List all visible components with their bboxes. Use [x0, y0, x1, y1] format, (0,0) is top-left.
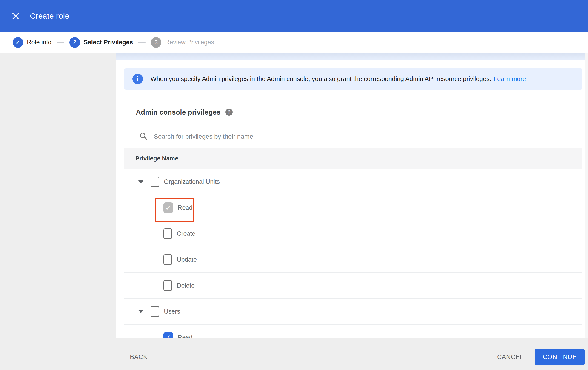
table-row-users-read: ✓ Read [124, 325, 582, 338]
help-icon[interactable]: ? [225, 109, 233, 116]
search-icon [139, 132, 148, 141]
table-header: Privilege Name [124, 148, 582, 169]
step-connector [57, 42, 64, 43]
table-row-delete: Delete [124, 273, 582, 299]
column-header-privilege-name: Privilege Name [135, 155, 178, 162]
scrollbar-track[interactable] [585, 53, 588, 338]
privilege-label: Users [164, 308, 180, 315]
privileges-card: Admin console privileges ? Privilege Nam… [124, 99, 582, 338]
cancel-button[interactable]: CANCEL [497, 349, 523, 365]
privilege-search-row [124, 125, 582, 148]
continue-button[interactable]: CONTINUE [535, 349, 585, 365]
privilege-label: Read [178, 204, 193, 211]
checkbox-read-checked-disabled[interactable]: ✓ [163, 202, 173, 213]
table-row-users: Users [124, 299, 582, 325]
checkbox-update[interactable] [163, 254, 172, 265]
learn-more-link[interactable]: Learn more [494, 75, 526, 82]
card-title: Admin console privileges [136, 108, 220, 116]
appbar: Create role [0, 0, 588, 32]
step-label: Select Privileges [84, 39, 133, 46]
create-role-dialog: Create role ✓ Role info 2 Select Privile… [0, 0, 588, 370]
step-number-badge: 2 [69, 37, 80, 48]
table-row-read: ✓ Read [124, 195, 582, 221]
collapse-arrow-icon[interactable] [138, 310, 144, 313]
privilege-label: Delete [177, 282, 195, 289]
content-area: i When you specify Admin privileges in t… [116, 53, 588, 338]
step-role-info[interactable]: ✓ Role info [13, 37, 52, 48]
checkbox-delete[interactable] [163, 280, 172, 291]
info-icon: i [132, 74, 143, 84]
step-connector [138, 42, 146, 43]
page-title: Create role [30, 0, 69, 32]
card-header: Admin console privileges ? [124, 99, 582, 125]
banner-text: When you specify Admin privileges in the… [151, 75, 526, 83]
step-label: Review Privileges [165, 39, 214, 46]
check-icon: ✓ [15, 39, 21, 46]
checkbox-create[interactable] [163, 228, 172, 239]
step-select-privileges[interactable]: 2 Select Privileges [69, 37, 133, 48]
info-banner: i When you specify Admin privileges in t… [124, 68, 582, 90]
privilege-label: Create [177, 230, 195, 237]
close-icon[interactable] [11, 11, 20, 21]
checkbox-users[interactable] [151, 306, 159, 317]
search-input[interactable] [154, 133, 499, 140]
scrolled-content-strip [116, 53, 585, 60]
collapse-arrow-icon[interactable] [138, 180, 144, 183]
privilege-label: Update [177, 256, 197, 263]
table-row-update: Update [124, 247, 582, 273]
step-number-badge: 3 [151, 37, 161, 48]
stepper: ✓ Role info 2 Select Privileges 3 Review… [0, 32, 588, 53]
privilege-label: Organizational Units [164, 178, 220, 185]
checkbox-organizational-units[interactable] [151, 177, 159, 187]
banner-message: When you specify Admin privileges in the… [151, 75, 492, 82]
sidebar-backdrop [0, 53, 116, 370]
back-button[interactable]: BACK [130, 349, 147, 365]
step-review-privileges[interactable]: 3 Review Privileges [151, 37, 214, 48]
footer-action-bar: BACK CANCEL CONTINUE [0, 338, 588, 370]
step-complete-check-icon: ✓ [13, 37, 23, 48]
step-label: Role info [27, 39, 52, 46]
privilege-label: Read [178, 334, 193, 338]
table-row-create: Create [124, 221, 582, 247]
table-row-organizational-units: Organizational Units [124, 169, 582, 195]
checkbox-users-read-checked[interactable]: ✓ [163, 332, 173, 338]
